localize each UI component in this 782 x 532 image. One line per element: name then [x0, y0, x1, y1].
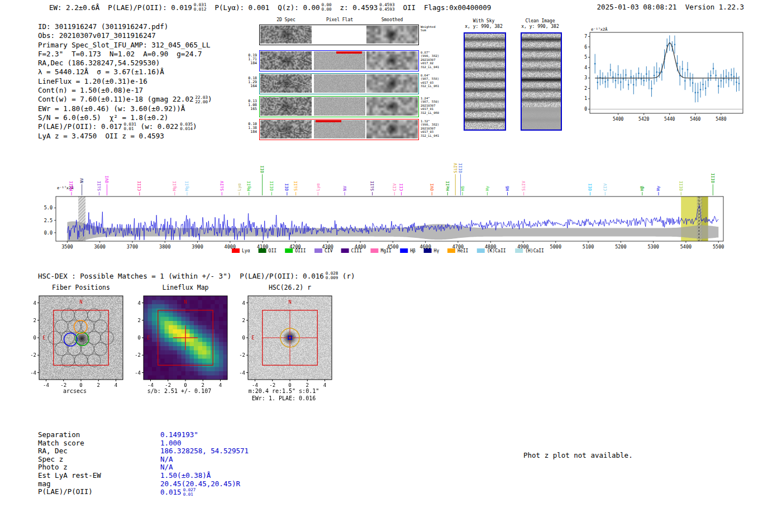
pixelflat-image-r2 [314, 74, 365, 93]
legend-label-4: CIII [351, 248, 362, 253]
svg-text:7: 7 [584, 34, 587, 39]
pixelflat-image-r1 [314, 51, 365, 70]
cutout-caption-2-0: m:20.4 re:1.5" s:0.1" [233, 387, 334, 395]
info-line-4: RA,Dec (186.328247,54.529530) [38, 59, 212, 68]
info-line-3: F=2.3" T=0.173 N=1.02 A=0.90 g=24.7 [38, 50, 212, 59]
match-row-5-label: Est LyA rest-EW [38, 472, 160, 480]
info-4-0: RA,Dec (186.328247,54.529530) [38, 59, 160, 68]
svg-text:3600: 3600 [94, 244, 105, 250]
match-row-2: RA, Dec186.328258, 54.529571 [38, 447, 249, 456]
match-row-1-value-seg: 1.000 [160, 439, 182, 448]
legend-label-0: Lyα [242, 248, 250, 253]
cutout-title-1: Lineflux Map [144, 284, 227, 291]
spectrum-line-label-2: SiII [97, 181, 102, 191]
match-row-3-value-seg-text: N/A [160, 456, 173, 464]
spectrum-line-label-7: SiIV [220, 180, 225, 191]
svg-text:5200: 5200 [615, 244, 626, 250]
spectrum-line-label-20: HeII [445, 181, 450, 191]
cutout-right-label-4: 1.32"(990, 382)20210307v017_03312_LL_041 [421, 119, 445, 137]
legend-swatch-8 [447, 248, 455, 253]
info-0-0: ID: 3011916247 (3011916247.pdf) [38, 22, 168, 31]
spec2d-image-r2 [260, 74, 312, 93]
spectrum-line-label-30: Hγ [656, 185, 661, 191]
lineflux-map-plot [129, 293, 230, 391]
svg-text:0: 0 [584, 107, 587, 112]
cutout-caption-1-0: s/b: 2.51 +/- 0.107 [129, 387, 230, 395]
info-line-2: Primary Spec_Slot_IFU_AMP: 312_045_065_L… [38, 41, 212, 50]
info-11-2: ) [193, 122, 197, 131]
hsc-seg-2: (r) [338, 271, 355, 280]
info-2-0: Primary Spec_Slot_IFU_AMP: 312_045_065_L… [38, 41, 211, 50]
info-9-0: EWr = 1.80(±0.46) (w: 3.60(±0.92))Å [38, 104, 185, 113]
match-row-6-value-seg-text: 20.45(20.45,20.45)R [160, 480, 240, 488]
hsc-seg-0-text: HSC-DEX : Possible Matches = 1 (within +… [38, 272, 240, 280]
info-10-0-text: S/N = 6.0(±0.5) χ² = 1.8(±0.2) [38, 113, 168, 122]
legend-label-7: Hγ [434, 248, 440, 253]
cutout-left-label-1: 0.191.71184 [244, 54, 257, 65]
legend-label-9: (K)CaII [487, 248, 506, 253]
svg-text:2.5: 2.5 [44, 218, 53, 223]
svg-text:3500: 3500 [61, 244, 73, 250]
match-row-6-value: 20.45(20.45,20.45)R [160, 480, 240, 488]
cutout-left-label-1-2: 184 [244, 61, 257, 65]
svg-text:4: 4 [584, 65, 587, 70]
header-seg-0: EW: 2.2±0.6Å [49, 3, 99, 12]
line-fit-plot: 0123456754005420544054605480e⁻¹⁷x2Å [575, 26, 754, 127]
spec2d-image-r4 [260, 120, 312, 138]
cutout-left-label-3: 0.131.08165 [244, 99, 257, 111]
clean-image [521, 32, 562, 131]
spec2d-image-r1 [260, 51, 312, 70]
info-8-0-text: Cont(w) = 7.60(±0.11)e-18 (gmag 22.02 [38, 95, 193, 104]
legend-label-1: OII [269, 248, 277, 253]
match-row-1-label: Match score [38, 439, 160, 448]
sky-panel-title-0-name: With Sky [452, 18, 515, 24]
header-summary: EW: 2.2±0.6ÅP(LAE)/P(OII): 0.0190.0310.0… [49, 3, 491, 12]
match-row-1-value-seg-text: 1.000 [160, 439, 182, 448]
spectrum-line-label-4: CIII [137, 181, 142, 191]
info-1-0-text: Obs: 20210307v017_3011916247 [38, 31, 156, 40]
cutout-right-label-4-4: 312_LL_041 [421, 134, 445, 137]
cutout-right-label-3: 1.24"(987, 550)20210307v017_01312_LL_060 [421, 97, 445, 114]
info-8-0-stack: 22.0322.00 [195, 95, 208, 104]
match-row-4-label: Photo z [38, 463, 160, 472]
header-seg-3-stack: 0.000.00 [322, 3, 332, 12]
spectrum-line-label-9: MgII [246, 181, 251, 191]
info-9-0-text: EWr = 1.80(±0.46) (w: 3.60(±0.92))Å [38, 104, 185, 113]
info-4-0-text: RA,Dec (186.328247,54.529530) [38, 59, 160, 68]
spectrum-line-label-3: OVI [104, 175, 109, 183]
cutout-right-label-0: WeightedSum [421, 25, 445, 32]
pixelflat-image-r4 [314, 120, 365, 138]
header-seg-3-sub: 0.00 [322, 7, 332, 12]
smoothed-image-r2 [366, 74, 418, 93]
header-seg-1: P(LAE)/P(OII): 0.0190.0310.012 [108, 3, 206, 12]
spectrum-line-label-13: SiII [293, 181, 298, 191]
header-seg-1-text: P(LAE)/P(OII): 0.019 [108, 3, 192, 12]
info-11-0-stack: 0.0310.01 [124, 122, 137, 131]
cutout-left-label-4-2: 184 [244, 130, 257, 134]
svg-text:0.0: 0.0 [44, 230, 53, 236]
spectrum-line-label-1: NV [79, 178, 84, 183]
spectrum-line-label-10: OII [260, 165, 265, 173]
spec2d-image-r3 [260, 97, 312, 116]
cutout-col-header-0: 2D Spec [260, 17, 312, 22]
report-version: Version 1.22.3 [685, 3, 744, 11]
info-line-5: λ = 5440.12Å σ = 3.67(±1.16)Å [38, 68, 212, 76]
info-7-0: Cont(n) = 1.50(±0.08)e-17 [38, 86, 143, 95]
smoothed-image-r4 [366, 120, 418, 138]
cutout-title-0: Fiber Positions [39, 284, 123, 291]
header-spacer [677, 3, 685, 11]
match-row-7-label: P(LAE)/P(OII) [38, 488, 160, 497]
svg-text:1: 1 [584, 96, 587, 101]
photz-note: Phot z plot not available. [523, 451, 633, 459]
match-row-7-value-seg-text: 0.015 [160, 488, 182, 497]
match-row-2-value-seg-text: 186.328258, 54.529571 [160, 447, 249, 456]
info-8-1-text: ) [208, 95, 212, 104]
header-timestamp-version: 2025-01-03 08:08:21 Version 1.22.3 [597, 3, 744, 11]
header-seg-2-text: P(Lyα): 0.001 [214, 3, 269, 12]
match-row-7: P(LAE)/P(OII)0.0150.0270.01 [38, 488, 249, 497]
legend-swatch-3 [314, 248, 322, 253]
match-row-2-label: RA, Dec [38, 447, 160, 456]
legend-label-5: MgII [380, 248, 391, 253]
match-table: Separation0.149193"Match score1.000RA, D… [38, 431, 249, 497]
match-row-2-value: 186.328258, 54.529571 [160, 447, 249, 456]
